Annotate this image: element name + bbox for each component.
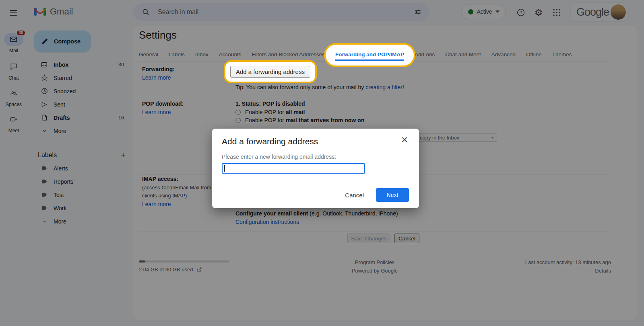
dialog-prompt: Please enter a new forwarding email addr… [222, 154, 336, 160]
close-icon[interactable]: ✕ [399, 135, 410, 146]
add-forwarding-address-dialog: Add a forwarding address ✕ Please enter … [212, 129, 419, 208]
text-cursor [224, 165, 225, 172]
dialog-cancel-button[interactable]: Cancel [344, 189, 365, 201]
dialog-next-button[interactable]: Next [376, 188, 409, 202]
forwarding-email-input[interactable] [222, 163, 365, 174]
add-forwarding-address-button[interactable]: Add a forwarding address [230, 66, 310, 78]
tab-forwarding-pop-imap[interactable]: Forwarding and POP/IMAP [324, 43, 415, 67]
dialog-actions: Cancel Next [344, 188, 409, 202]
gmail-settings-page: Gmail Active ? ⚙ [0, 0, 644, 326]
dialog-title: Add a forwarding address [222, 137, 318, 146]
forwarding-button-spotlight: Add a forwarding address [224, 60, 317, 83]
